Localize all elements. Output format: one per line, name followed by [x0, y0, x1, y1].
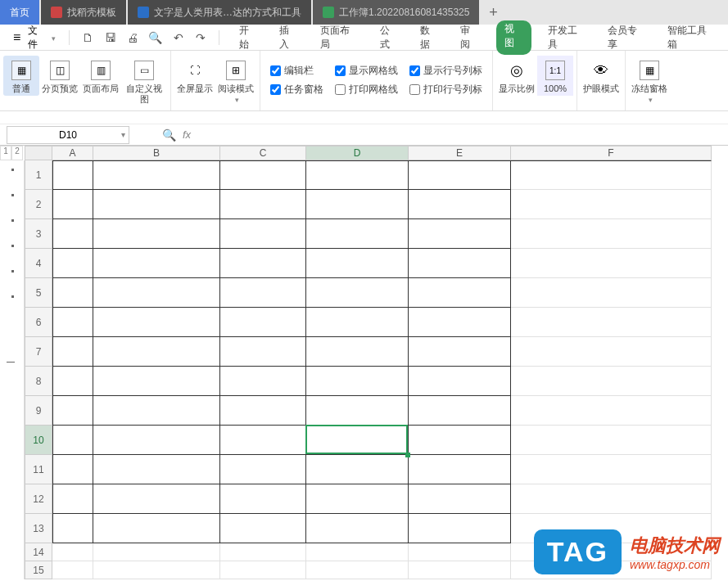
- cell-D5[interactable]: [306, 278, 409, 308]
- cell-E9[interactable]: [409, 396, 511, 426]
- cell-D3[interactable]: [306, 219, 409, 249]
- row-header-6[interactable]: 6: [25, 308, 52, 337]
- zoom-100-button[interactable]: 1:1 100%: [537, 56, 573, 96]
- checkbox[interactable]: [270, 65, 281, 76]
- cell-E4[interactable]: [409, 249, 511, 278]
- cell-A15[interactable]: [52, 561, 93, 579]
- cell-A10[interactable]: [52, 426, 93, 455]
- formula-input[interactable]: [197, 126, 728, 144]
- cell-C3[interactable]: [220, 219, 306, 249]
- col-header-C[interactable]: C: [220, 146, 306, 160]
- cell-F11[interactable]: [511, 455, 712, 484]
- freeze-button[interactable]: ▦ 冻结窗格: [629, 56, 670, 107]
- cell-D7[interactable]: [306, 337, 409, 367]
- cell-B2[interactable]: [93, 190, 220, 219]
- page-layout-button[interactable]: ▥ 页面布局: [80, 56, 121, 96]
- col-header-F[interactable]: F: [511, 146, 712, 160]
- tab-templates[interactable]: 找稻壳模板: [41, 0, 126, 25]
- zoom-button[interactable]: ◎ 显示比例: [496, 56, 537, 96]
- cell-B15[interactable]: [93, 561, 220, 579]
- row-header-8[interactable]: 8: [25, 367, 52, 396]
- checkbox[interactable]: [270, 84, 281, 95]
- tab-start[interactable]: 开始: [234, 20, 263, 55]
- name-box[interactable]: D10 ▾: [7, 126, 129, 144]
- cell-F7[interactable]: [511, 337, 712, 367]
- tab-devtools[interactable]: 开发工具: [543, 20, 591, 55]
- tab-formula[interactable]: 公式: [375, 20, 404, 55]
- cell-E7[interactable]: [409, 337, 511, 367]
- cell-E11[interactable]: [409, 455, 511, 484]
- row-header-15[interactable]: 15: [25, 561, 52, 579]
- cell-F6[interactable]: [511, 308, 712, 337]
- checkbox[interactable]: [409, 65, 420, 76]
- cell-D12[interactable]: [306, 484, 409, 514]
- outline-gutter[interactable]: [0, 160, 25, 579]
- cell-A7[interactable]: [52, 337, 93, 367]
- cell-A6[interactable]: [52, 308, 93, 337]
- cell-A12[interactable]: [52, 484, 93, 514]
- check-printrowcol[interactable]: 打印行号列标: [409, 83, 482, 97]
- col-header-E[interactable]: E: [409, 146, 511, 160]
- page-preview-button[interactable]: ◫ 分页预览: [39, 56, 80, 96]
- tab-home[interactable]: 首页: [0, 0, 39, 25]
- cell-C6[interactable]: [220, 308, 306, 337]
- row-header-13[interactable]: 13: [25, 514, 52, 543]
- cell-A1[interactable]: [52, 160, 93, 190]
- cell-B12[interactable]: [93, 484, 220, 514]
- new-doc-button[interactable]: 🗋: [78, 28, 97, 47]
- cell-D13[interactable]: [306, 514, 409, 543]
- cell-B5[interactable]: [93, 278, 220, 308]
- undo-button[interactable]: ↶: [169, 28, 188, 47]
- cell-E10[interactable]: [409, 426, 511, 455]
- fill-handle[interactable]: [405, 453, 410, 457]
- cell-D4[interactable]: [306, 249, 409, 278]
- row-header-14[interactable]: 14: [25, 543, 52, 561]
- tab-data[interactable]: 数据: [415, 20, 444, 55]
- tab-member[interactable]: 会员专享: [603, 20, 651, 55]
- checkbox[interactable]: [335, 65, 346, 76]
- cell-E12[interactable]: [409, 484, 511, 514]
- cell-F1[interactable]: [511, 160, 712, 190]
- tab-smarttools[interactable]: 智能工具箱: [662, 20, 720, 55]
- print-button[interactable]: 🖨: [123, 28, 142, 47]
- row-header-5[interactable]: 5: [25, 278, 52, 308]
- cell-F10[interactable]: [511, 426, 712, 455]
- check-editbar[interactable]: 编辑栏: [270, 64, 323, 78]
- tab-review[interactable]: 审阅: [455, 20, 484, 55]
- tab-insert[interactable]: 插入: [274, 20, 303, 55]
- cell-A4[interactable]: [52, 249, 93, 278]
- cell-E6[interactable]: [409, 308, 511, 337]
- cell-C9[interactable]: [220, 396, 306, 426]
- cell-A11[interactable]: [52, 455, 93, 484]
- cell-E13[interactable]: [409, 514, 511, 543]
- row-header-1[interactable]: 1: [25, 160, 52, 190]
- fullscreen-button[interactable]: ⛶ 全屏显示: [174, 56, 215, 96]
- cell-B4[interactable]: [93, 249, 220, 278]
- cell-E5[interactable]: [409, 278, 511, 308]
- cell-A13[interactable]: [52, 514, 93, 543]
- cell-E2[interactable]: [409, 190, 511, 219]
- row-header-9[interactable]: 9: [25, 396, 52, 426]
- cell-B11[interactable]: [93, 455, 220, 484]
- cell-A8[interactable]: [52, 367, 93, 396]
- cell-D9[interactable]: [306, 396, 409, 426]
- cell-B13[interactable]: [93, 514, 220, 543]
- col-header-A[interactable]: A: [52, 146, 93, 160]
- outline-level-1[interactable]: 1: [0, 146, 11, 160]
- cell-E15[interactable]: [409, 561, 511, 579]
- checkbox[interactable]: [335, 84, 346, 95]
- cell-C11[interactable]: [220, 455, 306, 484]
- check-printgrid[interactable]: 打印网格线: [335, 83, 398, 97]
- cell-A9[interactable]: [52, 396, 93, 426]
- row-header-11[interactable]: 11: [25, 455, 52, 484]
- row-header-10[interactable]: 10: [25, 426, 52, 455]
- tab-pagelayout[interactable]: 页面布局: [315, 20, 364, 55]
- cell-C12[interactable]: [220, 484, 306, 514]
- cell-E3[interactable]: [409, 219, 511, 249]
- cell-F3[interactable]: [511, 219, 712, 249]
- chevron-down-icon[interactable]: ▾: [121, 130, 125, 139]
- cell-F8[interactable]: [511, 367, 712, 396]
- cell-E14[interactable]: [409, 543, 511, 561]
- cell-C5[interactable]: [220, 278, 306, 308]
- cell-A5[interactable]: [52, 278, 93, 308]
